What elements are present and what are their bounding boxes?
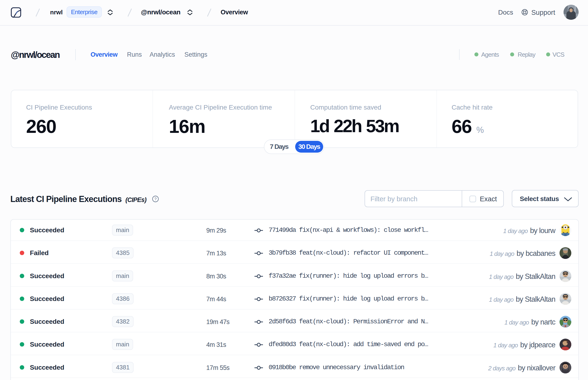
svg-text:?: ?	[154, 197, 156, 201]
